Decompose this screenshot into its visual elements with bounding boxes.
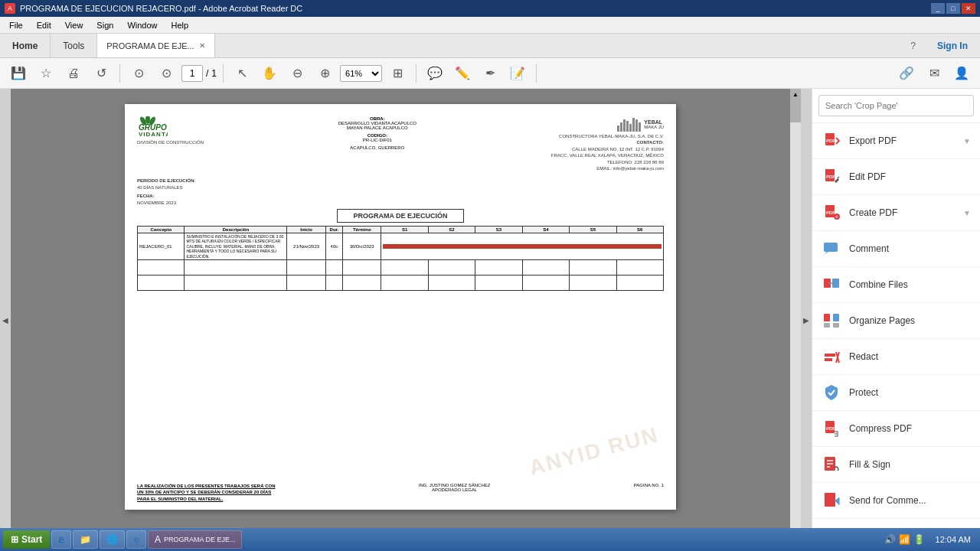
- pdf-viewer: GRUPO VIDANTA DIVISIÓN DE CONSTRUCCIÓN: [11, 89, 790, 551]
- svg-rect-22: [825, 354, 835, 357]
- scroll-up-button[interactable]: ▲: [790, 89, 801, 99]
- start-button[interactable]: ⊞ Start: [3, 530, 50, 549]
- svg-rect-18: [824, 314, 830, 321]
- close-button[interactable]: ✕: [962, 3, 975, 14]
- search-crop-input[interactable]: [818, 95, 974, 116]
- highlight-button[interactable]: ✏️: [450, 61, 475, 86]
- menu-sign[interactable]: Sign: [90, 19, 119, 31]
- col-termino: Término: [343, 226, 381, 233]
- panel-item-compress[interactable]: PDF Compress PDF: [812, 411, 980, 447]
- tab-document[interactable]: PROGRAMA DE EJE... ✕: [97, 34, 214, 57]
- taskbar: ⊞ Start e 📁 🌐 e A PROGRAMA DE EJE... 🔊 📶…: [0, 528, 980, 551]
- panel-item-send[interactable]: Send for Comme...: [812, 483, 980, 519]
- scroll-track[interactable]: [790, 99, 801, 540]
- export-pdf-icon: PDF: [822, 131, 841, 151]
- minimize-button[interactable]: _: [931, 3, 945, 14]
- svg-text:PDF: PDF: [826, 210, 835, 215]
- tab-doc-label: PROGRAMA DE EJE...: [106, 41, 194, 51]
- taskbar-explorer[interactable]: 📁: [73, 530, 98, 549]
- tab-spacer: [215, 34, 902, 57]
- panel-item-comment[interactable]: Comment: [812, 231, 980, 267]
- svg-line-9: [838, 177, 839, 178]
- hand-tool-button[interactable]: ✋: [257, 61, 282, 86]
- panel-item-combine[interactable]: Combine Files: [812, 267, 980, 303]
- pdf-page: GRUPO VIDANTA DIVISIÓN DE CONSTRUCCIÓN: [125, 104, 676, 510]
- svg-text:+: +: [835, 214, 839, 220]
- taskbar-edge[interactable]: e: [126, 530, 146, 549]
- email-button[interactable]: ✉: [922, 61, 946, 86]
- print-button[interactable]: 🖨: [61, 61, 86, 86]
- battery-tray-icon: 🔋: [913, 534, 925, 545]
- title-bar: A PROGRAMA DE EJECUCION REJACERO.pdf - A…: [0, 0, 980, 17]
- footer-left: LA REALIZACIÓN DE LOS PRESENTES TRABAJOS…: [137, 483, 275, 502]
- page-number-input[interactable]: [181, 65, 203, 82]
- fill-sign-icon: [822, 455, 841, 474]
- cell-inicio: 21/Nov/2023: [287, 233, 325, 260]
- scroll-thumb[interactable]: [790, 99, 801, 122]
- cell-dur: 40c: [325, 233, 342, 260]
- pdf-footer: LA REALIZACIÓN DE LOS PRESENTES TRABAJOS…: [137, 483, 664, 502]
- combine-label: Combine Files: [849, 279, 971, 290]
- cell-gantt-bars: [381, 233, 664, 260]
- page-navigation: / 1: [181, 65, 217, 82]
- sign-in-button[interactable]: Sign In: [925, 34, 980, 57]
- share-button[interactable]: 🔗: [894, 61, 919, 86]
- pdf-center-meta: OBRA: DESARROLLO VIDANTA ACAPULCO MAYAN …: [338, 116, 416, 150]
- cursor-tool-button[interactable]: ↖: [230, 61, 254, 86]
- organize-label: Organize Pages: [849, 315, 971, 326]
- svg-text:VIDANTA: VIDANTA: [139, 131, 168, 138]
- right-panel: PDF Export PDF ▼ PDF Edit PDF PDF+ Creat…: [812, 89, 980, 551]
- save-button[interactable]: 💾: [6, 61, 31, 86]
- col-s5: S5: [570, 226, 616, 233]
- zoom-in-button[interactable]: ⊕: [312, 61, 337, 86]
- user-button[interactable]: 👤: [949, 61, 974, 86]
- menu-window[interactable]: Window: [121, 19, 163, 31]
- toolbar-separator-3: [416, 64, 416, 83]
- menu-bar: File Edit View Sign Window Help: [0, 17, 980, 34]
- fit-page-button[interactable]: ⊞: [385, 61, 410, 86]
- taskbar-ie[interactable]: e: [51, 530, 71, 549]
- export-pdf-arrow: ▼: [963, 137, 971, 145]
- help-button[interactable]: ?: [901, 34, 925, 57]
- svg-rect-23: [825, 358, 832, 361]
- panel-item-export-pdf[interactable]: PDF Export PDF ▼: [812, 123, 980, 159]
- next-page-button[interactable]: ⊙: [154, 61, 178, 86]
- footer-center: ING. JUSTINO GOMEZ SÁNCHEZ APODERADO LEG…: [419, 483, 491, 502]
- svg-text:PDF: PDF: [826, 174, 835, 179]
- menu-view[interactable]: View: [59, 19, 90, 31]
- menu-edit[interactable]: Edit: [31, 19, 57, 31]
- panel-item-fill-sign[interactable]: Fill & Sign: [812, 447, 980, 483]
- page-total: 1: [211, 68, 217, 79]
- redact-label: Redact: [849, 351, 971, 362]
- menu-file[interactable]: File: [3, 19, 29, 31]
- panel-item-protect[interactable]: Protect: [812, 375, 980, 411]
- network-tray-icon: 🔊: [884, 534, 896, 545]
- maximize-button[interactable]: □: [946, 3, 960, 14]
- app-icon: A: [5, 3, 15, 14]
- tab-tools[interactable]: Tools: [51, 34, 97, 57]
- panel-item-redact[interactable]: Redact: [812, 339, 980, 375]
- bookmark-button[interactable]: ☆: [34, 61, 58, 86]
- zoom-out-button[interactable]: ⊖: [285, 61, 309, 86]
- close-tab-button[interactable]: ✕: [199, 41, 205, 50]
- panel-item-create-pdf[interactable]: PDF+ Create PDF ▼: [812, 195, 980, 231]
- zoom-select[interactable]: 61% 50% 75% 100%: [340, 65, 382, 82]
- draw-button[interactable]: ✒: [478, 61, 502, 86]
- right-panel-toggle[interactable]: ▶: [801, 89, 812, 551]
- sign-button[interactable]: 📝: [505, 61, 530, 86]
- menu-help[interactable]: Help: [165, 19, 195, 31]
- send-icon: [822, 491, 841, 510]
- left-panel-toggle[interactable]: ◀: [0, 89, 11, 551]
- create-pdf-arrow: ▼: [963, 209, 971, 217]
- comment-tool-button[interactable]: 💬: [423, 61, 447, 86]
- panel-item-organize[interactable]: Organize Pages: [812, 303, 980, 339]
- rotate-ccw-button[interactable]: ↺: [89, 61, 113, 86]
- volume-tray-icon: 📶: [899, 534, 910, 545]
- footer-right: PAGINA NO. 1: [634, 483, 664, 502]
- panel-item-edit-pdf[interactable]: PDF Edit PDF: [812, 159, 980, 195]
- taskbar-chrome[interactable]: 🌐: [100, 530, 125, 549]
- prev-page-button[interactable]: ⊙: [126, 61, 151, 86]
- tab-home[interactable]: Home: [0, 34, 51, 57]
- toolbar: 💾 ☆ 🖨 ↺ ⊙ ⊙ / 1 ↖ ✋ ⊖ ⊕ 61% 50% 75% 100%…: [0, 58, 980, 89]
- taskbar-acrobat[interactable]: A PROGRAMA DE EJE...: [148, 530, 243, 549]
